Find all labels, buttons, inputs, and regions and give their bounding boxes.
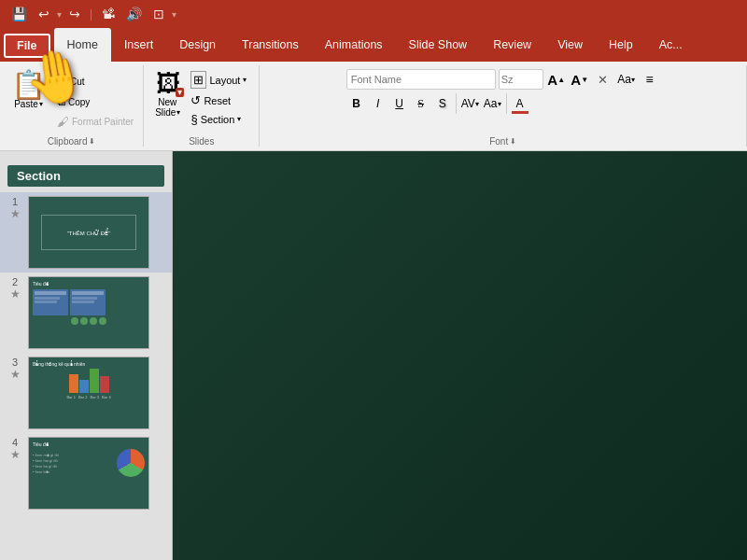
separator xyxy=(456,93,457,114)
slide-item[interactable]: 1 ★ "THÊM CHỮ ĐỂ" xyxy=(0,192,172,273)
font-color-button[interactable]: A xyxy=(510,93,530,114)
quick-access-toolbar: 💾 ↩ ▾ ↪ | 📽 🔊 ⊡ ▾ xyxy=(0,0,747,28)
sound-button[interactable]: 🔊 xyxy=(122,5,146,23)
shrink-font-button[interactable]: A▼ xyxy=(570,69,590,90)
bullet-list-button[interactable]: ≡ xyxy=(640,69,660,90)
case-button2[interactable]: Aa▾ xyxy=(482,93,503,114)
tab-acrobat[interactable]: Ac... xyxy=(646,28,696,62)
canvas-area xyxy=(173,151,747,560)
underline-button[interactable]: U xyxy=(389,93,410,114)
undo-button[interactable]: ↩ xyxy=(35,5,53,23)
slide-options-stack: ⊞ Layout ▾ ↺ Reset § Section ▾ xyxy=(186,69,251,128)
slide-thumbnail-3: Bảng thống kê quả nhiên Bar 1 Bar 2 Bar … xyxy=(28,357,149,429)
clipboard-expand-icon[interactable]: ⬇ xyxy=(89,137,95,146)
separator2 xyxy=(506,93,507,114)
slide-item[interactable]: 4 ★ Tiêu đề • Item một gì đó • Item hai … xyxy=(0,433,172,513)
section-label: Section xyxy=(7,165,164,187)
format-painter-button[interactable]: 🖌Format Painter xyxy=(53,113,137,131)
font-label: Font ⬇ xyxy=(267,134,739,147)
tab-slideshow[interactable]: Slide Show xyxy=(396,28,481,62)
ribbon-content: 📋 Paste ▾ ✂Cut ⧉Copy xyxy=(0,62,747,151)
slide-canvas[interactable] xyxy=(173,151,747,560)
shadow-button[interactable]: S xyxy=(432,93,453,114)
tab-home[interactable]: Home xyxy=(54,28,111,62)
italic-button[interactable]: I xyxy=(368,93,388,114)
font-name-input[interactable] xyxy=(346,69,496,90)
change-case-button[interactable]: Aa▾ xyxy=(616,69,637,90)
slides-group: 🖼 ▾ New Slide▾ ⊞ xyxy=(144,65,260,147)
clipboard-label: Clipboard ⬇ xyxy=(6,134,137,147)
tab-review[interactable]: Review xyxy=(480,28,544,62)
customize-button[interactable]: ⊡ xyxy=(149,5,168,23)
slide-item[interactable]: 2 ★ Tiêu đề xyxy=(0,273,172,353)
redo-button[interactable]: ↪ xyxy=(65,5,84,23)
tab-transitions[interactable]: Transitions xyxy=(229,28,312,62)
grow-font-button[interactable]: A▲ xyxy=(546,69,567,90)
paste-button[interactable]: 📋 Paste ▾ xyxy=(6,69,51,131)
layout-button[interactable]: ⊞ Layout ▾ xyxy=(186,69,251,91)
bold-button[interactable]: B xyxy=(346,93,367,114)
undo-dropdown[interactable]: ▾ xyxy=(57,9,62,20)
section-button[interactable]: § Section ▾ xyxy=(186,110,251,128)
tab-view[interactable]: View xyxy=(544,28,596,62)
slide-thumbnail-4: Tiêu đề • Item một gì đó • Item hai gì đ… xyxy=(28,437,149,510)
font-group: A▲ A▼ ✕ Aa▾ ≡ B I U S S xyxy=(260,65,747,147)
clipboard-group: 📋 Paste ▾ ✂Cut ⧉Copy xyxy=(0,65,144,147)
tab-help[interactable]: Help xyxy=(596,28,646,62)
reset-button[interactable]: ↺ Reset xyxy=(186,91,251,109)
slides-label: Slides xyxy=(151,134,251,147)
copy-button[interactable]: ⧉Copy xyxy=(53,92,137,111)
paste-icon: 📋 xyxy=(11,71,46,99)
more-button[interactable]: ▾ xyxy=(172,9,176,20)
new-slide-icon: 🖼 ▾ xyxy=(156,71,180,95)
slide-panel: Section 1 ★ "THÊM CHỮ ĐỂ" 2 ★ xyxy=(0,151,173,560)
font-size-input[interactable] xyxy=(499,69,543,90)
strikethrough-button[interactable]: S xyxy=(411,93,431,114)
tab-design[interactable]: Design xyxy=(166,28,229,62)
save-button[interactable]: 💾 xyxy=(7,5,31,23)
slide-thumbnail-2: Tiêu đề xyxy=(28,276,149,349)
tab-animations[interactable]: Animations xyxy=(312,28,396,62)
clear-format-button[interactable]: ✕ xyxy=(593,69,613,90)
new-slide-button[interactable]: 🖼 ▾ New Slide▾ xyxy=(151,69,184,119)
ribbon-container: 💾 ↩ ▾ ↪ | 📽 🔊 ⊡ ▾ File Home Insert Desig… xyxy=(0,0,747,151)
slide-thumbnail-1: "THÊM CHỮ ĐỂ" xyxy=(28,196,149,269)
cut-button[interactable]: ✂Cut xyxy=(53,73,137,91)
main-area: Section 1 ★ "THÊM CHỮ ĐỂ" 2 ★ xyxy=(0,151,747,560)
spacing-button[interactable]: AV▾ xyxy=(459,93,481,114)
slide-item[interactable]: 3 ★ Bảng thống kê quả nhiên Bar 1 xyxy=(0,353,172,433)
paste-label: Paste ▾ xyxy=(14,99,43,109)
tab-file[interactable]: File xyxy=(4,34,50,58)
section-header: Section xyxy=(0,159,172,192)
font-expand-icon[interactable]: ⬇ xyxy=(510,137,516,146)
clipboard-actions: ✂Cut ⧉Copy 🖌Format Painter xyxy=(53,69,137,131)
present-button[interactable]: 📽 xyxy=(98,5,119,23)
ribbon-tabs: File Home Insert Design Transitions Anim… xyxy=(0,28,747,62)
tab-insert[interactable]: Insert xyxy=(111,28,166,62)
